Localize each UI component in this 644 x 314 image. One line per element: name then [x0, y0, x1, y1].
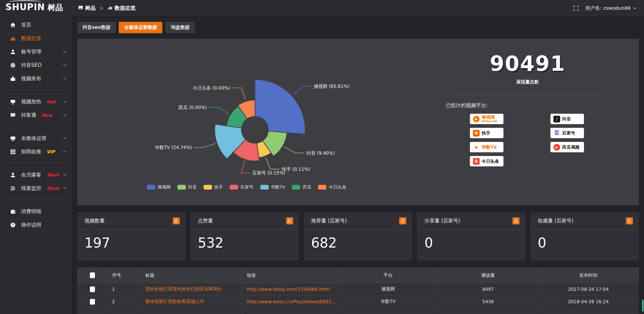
tab-media-ops-data[interactable]: 全媒体运营数据 — [119, 22, 162, 33]
sidebar-item-media-ops[interactable]: 全媒体运营 — [0, 132, 72, 145]
legend-item-baijiahao[interactable]: 百家号 — [230, 184, 254, 190]
sidebar-item-data-overview[interactable]: 数据总览 — [0, 32, 72, 45]
platforms-label: 已统计的视频平台: — [446, 102, 639, 109]
platform-cell: 播视网 — [338, 283, 439, 296]
breadcrumb-item-data-overview[interactable]: 数据总览 — [108, 5, 136, 12]
tab-douyin-seo-data[interactable]: 抖音seo数据 — [77, 22, 116, 33]
sidebar-divider — [5, 163, 67, 163]
platform-badge-wasu: ★华数TV — [470, 142, 503, 152]
platform-name: 百家号 — [562, 131, 575, 136]
stat-card-label: 视频数量 — [85, 218, 105, 224]
stat-card-4: 收藏量 (百家号)总0 — [530, 212, 639, 261]
platform-badge-text: 播视网boosj.com — [482, 115, 497, 123]
douyin-logo-icon: ♪ — [553, 116, 560, 122]
platform-cell: 华数TV — [338, 296, 439, 308]
impressions-total-value: 90491 — [416, 51, 639, 76]
stat-card-value: 682 — [304, 230, 413, 251]
sidebar-item-douyin-seo[interactable]: 抖音SEO — [0, 58, 72, 72]
sidebar-item-label: 抖音SEO — [21, 62, 42, 68]
breadcrumb: 树品 > 数据总览 — [78, 0, 136, 16]
video-url-link: http://www.wasu.cn/Play/show/id/952... — [242, 296, 338, 308]
legend-swatch-icon — [177, 185, 186, 190]
breadcrumb-app-icon — [78, 5, 83, 11]
video-url-link[interactable]: http://www.wasu.cn/Play/show/id/952... — [247, 299, 336, 304]
scrollbar-thumb[interactable] — [642, 300, 644, 312]
row-checkbox[interactable] — [90, 286, 95, 292]
pie-slice-boosj[interactable] — [255, 80, 305, 134]
sidebar-item-video-publish[interactable]: 视频发布 — [0, 72, 72, 85]
time-cell — [538, 308, 639, 314]
sidebar-item-label: 操作说明 — [21, 222, 41, 228]
video-title-link[interactable]: 楼体投影灯投影效果震撼上市 — [145, 299, 204, 304]
row-checkbox-cell — [77, 296, 107, 308]
sidebar-item-help[interactable]: ?操作说明 — [0, 218, 72, 231]
stat-card-label: 分享量 (百家号) — [424, 218, 460, 224]
sidebar: 首页数据总览账号管理抖音SEO视频发布视频加热Hot抖客通New全媒体运营矩阵助… — [0, 16, 72, 314]
column-header: 发布时间 — [538, 268, 639, 283]
legend-item-wasu[interactable]: 华数TV — [260, 184, 285, 190]
stat-card-1: 点赞量总532 — [191, 212, 299, 261]
stat-card-value: 532 — [191, 230, 299, 251]
legend-item-toutiao[interactable]: 今日头条 — [318, 184, 346, 190]
sidebar-item-label: 消费明细 — [21, 208, 41, 215]
sidebar-item-matrix-boost[interactable]: 矩阵助推VIP — [0, 145, 72, 158]
plays-cell — [439, 308, 538, 314]
sidebar-item-lead-monitor[interactable]: 线索监控Tools — [0, 181, 72, 195]
pie-label-wasu: 华数TV (24.74%) — [155, 145, 192, 150]
wallet-icon — [10, 209, 16, 214]
stat-card-2: 推荐量 (百家号)总682 — [304, 212, 413, 261]
heat-icon — [10, 99, 16, 105]
pie-label-xigua: 西瓜 (0.00%) — [178, 105, 207, 110]
pie-label-line-wasu — [194, 143, 216, 147]
sidebar-item-label: 首页 — [21, 22, 31, 28]
row-checkbox-cell — [77, 308, 107, 314]
legend-label: 播视网 — [158, 184, 171, 190]
sidebar-item-label: 数据总览 — [21, 35, 41, 42]
select-all-header-cell — [77, 268, 107, 283]
legend-item-douyin[interactable]: 抖音 — [177, 184, 197, 190]
sidebar-item-home[interactable]: 首页 — [0, 18, 72, 32]
breadcrumb-item-shupin[interactable]: 树品 — [78, 5, 96, 12]
column-header: 播放量 — [439, 268, 538, 283]
row-checkbox[interactable] — [90, 299, 95, 305]
sidebar-item-tag: Hot — [47, 99, 55, 104]
total-badge: 总 — [513, 217, 520, 224]
platform-sub: boosj.com — [482, 120, 497, 123]
stat-card-value: 0 — [530, 230, 639, 251]
sidebar-item-douketong[interactable]: 抖客通New — [0, 108, 72, 122]
select-all-checkbox[interactable] — [90, 272, 95, 278]
platform-badge-text: 华数TV — [482, 145, 497, 150]
video-table: 序号标题链接平台播放量发布时间1室外水纹灯和室内水纹灯的区别和简介http://… — [77, 267, 639, 314]
breadcrumb-label: 树品 — [85, 5, 96, 12]
stat-card-value: 197 — [77, 230, 186, 251]
sidebar-item-video-heat[interactable]: 视频加热Hot — [0, 95, 72, 108]
video-url-link[interactable]: http://www.boosj.com/7338468.html — [247, 286, 329, 292]
tab-inquiry-data[interactable]: 询盘数据 — [165, 22, 195, 33]
stat-cards: 视频数量总197点赞量总532推荐量 (百家号)总682分享量 (百家号)总0收… — [77, 212, 639, 261]
legend-label: 今日头条 — [329, 184, 346, 190]
total-badge: 总 — [399, 217, 406, 224]
sidebar-item-label: 会员爆客 — [21, 172, 41, 178]
sidebar-item-account-manage[interactable]: 账号管理 — [0, 45, 72, 58]
legend-swatch-icon — [318, 185, 326, 190]
user-menu[interactable]: 用户名: zswodun88 — [585, 5, 637, 11]
video-table-wrap: 序号标题链接平台播放量发布时间1室外水纹灯和室内水纹灯的区别和简介http://… — [77, 267, 639, 314]
total-badge: 总 — [286, 217, 293, 224]
chevron-down-icon — [63, 173, 67, 176]
column-header: 标题 — [141, 268, 242, 283]
platform-badge-text: 今日头条 — [482, 159, 499, 164]
pie-label-line-toutiao — [232, 88, 246, 100]
legend-item-boosj[interactable]: 播视网 — [147, 184, 171, 190]
sidebar-item-consume-detail[interactable]: 消费明细 — [0, 205, 72, 218]
platform-name: 西瓜视频 — [562, 145, 580, 150]
video-title-link[interactable]: 室外水纹灯和室内水纹灯的区别和简介 — [145, 286, 222, 292]
fullscreen-icon[interactable] — [574, 6, 579, 11]
sidebar-divider — [5, 126, 67, 127]
legend-item-kuaishou[interactable]: 快手 — [204, 184, 223, 190]
legend-item-xigua[interactable]: 西瓜 — [292, 184, 311, 190]
logo-text-en: SHUPIN — [5, 2, 45, 12]
sidebar-item-label: 全媒体运营 — [21, 135, 46, 142]
legend-label: 华数TV — [271, 184, 285, 190]
stat-card-header: 收藏量 (百家号)总 — [530, 212, 639, 230]
sidebar-item-member-burst[interactable]: 会员爆客Tools — [0, 168, 72, 181]
